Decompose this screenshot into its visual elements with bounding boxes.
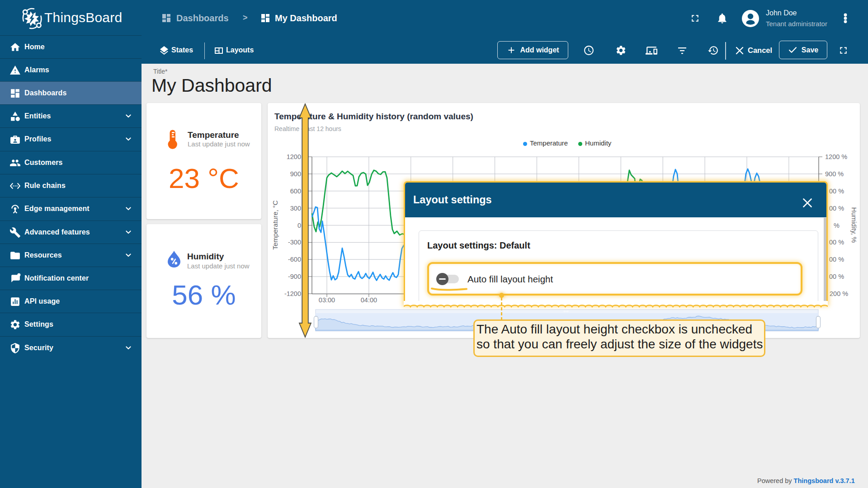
svg-text:1200 %: 1200 % — [825, 153, 847, 160]
svg-text:200 %: 200 % — [830, 290, 848, 297]
svg-text:00 %: 00 % — [829, 205, 844, 212]
svg-text:00 %: 00 % — [829, 188, 844, 195]
svg-text:00 %: 00 % — [829, 273, 844, 280]
svg-text:900 %: 900 % — [825, 170, 844, 178]
svg-text:04:00: 04:00 — [361, 296, 377, 304]
svg-text:Temperature, °C: Temperature, °C — [271, 200, 279, 250]
svg-text:00 %: 00 % — [829, 239, 844, 246]
svg-text:%: % — [834, 222, 840, 229]
svg-text:03:00: 03:00 — [319, 296, 335, 304]
svg-text:Humidity, %: Humidity, % — [850, 207, 858, 243]
svg-text:00 %: 00 % — [829, 256, 844, 263]
